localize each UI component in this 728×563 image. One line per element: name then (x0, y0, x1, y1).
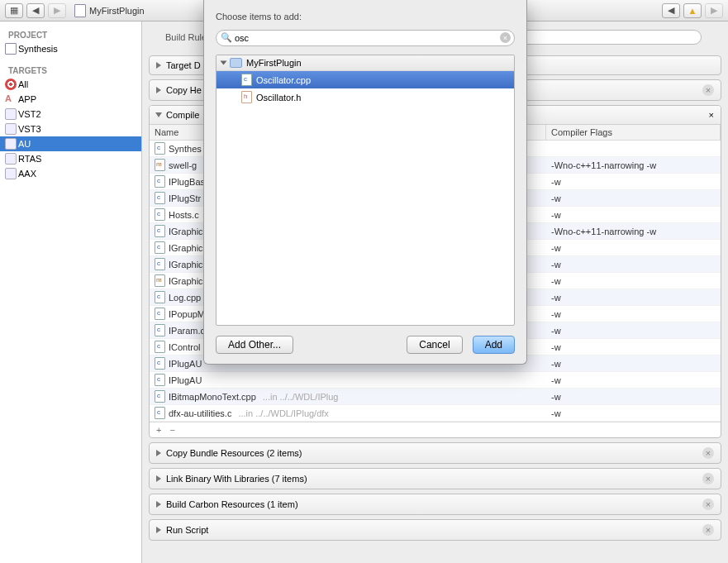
target-item-rtas[interactable]: RTAS (0, 151, 141, 166)
file-path: ...in ../../WDL/IPlug/dfx (238, 408, 328, 418)
app-icon: A (5, 93, 17, 105)
target-item-vst2[interactable]: VST2 (0, 107, 141, 122)
target-label: APP (18, 94, 36, 104)
cpp-file-icon (155, 192, 165, 204)
tree-file-row[interactable]: Oscillator.h (216, 88, 514, 106)
search-field-wrap: 🔍 × (216, 30, 515, 46)
file-name: IBitmapMonoText.cpp (169, 392, 256, 402)
disclosure-icon (155, 112, 162, 117)
remove-phase-button[interactable]: × (702, 473, 714, 484)
breadcrumb[interactable]: MyFirstPlugin (74, 4, 145, 17)
remove-phase-button[interactable]: × (709, 110, 714, 120)
compiler-flags[interactable]: -w (546, 207, 721, 222)
compiler-flags[interactable]: -w (546, 174, 721, 189)
compiler-flags[interactable]: -w (546, 322, 721, 338)
cpp-file-icon (155, 258, 165, 270)
remove-file-button[interactable]: − (169, 425, 174, 435)
plugin-icon (5, 123, 17, 135)
compiler-flags[interactable]: -w (546, 355, 721, 371)
compiler-flags[interactable]: -Wno-c++11-narrowing -w (546, 157, 721, 173)
compiler-flags[interactable]: -w (546, 339, 721, 355)
table-row[interactable]: IPlugAU-w (150, 372, 721, 389)
target-item-vst3[interactable]: VST3 (0, 122, 141, 136)
target-label: VST3 (18, 124, 41, 134)
section-label: Build Carbon Resources (1 item) (166, 499, 298, 509)
tree-project-row[interactable]: MyFirstPlugin (216, 55, 514, 71)
target-item-au[interactable]: AU (0, 136, 141, 151)
compiler-flags[interactable] (546, 141, 721, 156)
clear-search-button[interactable]: × (500, 32, 511, 43)
remove-phase-button[interactable]: × (702, 84, 714, 96)
plugin-icon (5, 138, 17, 150)
file-name: IGraphic (169, 243, 203, 253)
nav-forward-button[interactable]: ▶ (48, 3, 66, 18)
tree-file-label: Oscillator.h (256, 93, 301, 103)
section-label: Copy Bundle Resources (2 items) (166, 448, 302, 458)
remove-phase-button[interactable]: × (702, 499, 714, 510)
section-copy-bundle[interactable]: Copy Bundle Resources (2 items) × (149, 442, 721, 464)
compiler-flags[interactable]: -w (546, 372, 721, 388)
section-link-binary[interactable]: Link Binary With Libraries (7 items) × (149, 468, 721, 489)
compiler-flags[interactable]: -w (546, 405, 721, 421)
compiler-flags[interactable]: -w (546, 273, 721, 289)
cpp-file-icon (155, 390, 165, 403)
plugin-icon (5, 168, 17, 179)
plugin-icon (5, 108, 17, 120)
section-run-script[interactable]: Run Script × (149, 519, 721, 541)
add-button[interactable]: Add (473, 336, 515, 354)
cpp-file-icon (155, 291, 165, 303)
nav-back-button[interactable]: ◀ (26, 3, 45, 18)
section-build-carbon[interactable]: Build Carbon Resources (1 item) × (149, 494, 721, 515)
cpp-file-icon (155, 225, 165, 237)
tree-file-row[interactable]: Oscillator.cpp (216, 71, 514, 88)
nav-back-right-button[interactable]: ◀ (662, 3, 680, 18)
project-item[interactable]: Synthesis (0, 41, 141, 56)
search-input[interactable] (216, 30, 515, 46)
add-file-button[interactable]: + (156, 425, 161, 435)
file-tree[interactable]: MyFirstPlugin Oscillator.cppOscillator.h (216, 55, 515, 326)
add-files-dialog: Choose items to add: 🔍 × MyFirstPlugin O… (203, 0, 527, 365)
target-item-app[interactable]: AAPP (0, 92, 141, 107)
disclosure-icon (156, 62, 161, 69)
compiler-flags[interactable]: -w (546, 190, 721, 206)
project-label: Synthesis (18, 44, 58, 54)
cpp-file-icon (155, 324, 165, 336)
section-label: Run Script (166, 525, 208, 535)
file-name: IGraphic (169, 276, 203, 286)
add-other-button[interactable]: Add Other... (216, 336, 293, 354)
targets-heading: TARGETS (0, 63, 141, 77)
filter-field[interactable] (520, 30, 702, 45)
objc-file-icon (155, 274, 165, 287)
warnings-button[interactable]: ▲ (683, 3, 702, 18)
project-icon (5, 43, 17, 55)
project-navigator: PROJECT Synthesis TARGETS AllAAPPVST2VST… (0, 21, 142, 563)
tree-file-label: Oscillator.cpp (256, 75, 311, 85)
cpp-file-icon (155, 341, 165, 353)
section-label: Compile (166, 110, 199, 120)
column-flags[interactable]: Compiler Flags (546, 125, 721, 140)
nav-forward-right-button[interactable]: ▶ (705, 3, 723, 18)
compiler-flags[interactable]: -w (546, 389, 721, 404)
file-name: IPlugAU (169, 375, 202, 385)
panel-toggle-button[interactable]: ▦ (5, 3, 23, 18)
dialog-buttons: Add Other... Cancel Add (216, 336, 515, 354)
table-row[interactable]: dfx-au-utilities.c...in ../../WDL/IPlug/… (150, 405, 721, 422)
target-item-aax[interactable]: AAX (0, 166, 141, 181)
table-row[interactable]: IBitmapMonoText.cpp...in ../../WDL/IPlug… (150, 389, 721, 405)
cpp-file-icon (155, 241, 165, 254)
remove-phase-button[interactable]: × (702, 524, 714, 536)
compiler-flags[interactable]: -Wno-c++11-narrowing -w (546, 223, 721, 239)
compiler-flags[interactable]: -w (546, 289, 721, 305)
target-item-all[interactable]: All (0, 77, 141, 92)
compiler-flags[interactable]: -w (546, 306, 721, 322)
compiler-flags[interactable]: -w (546, 240, 721, 255)
table-footer: + − (150, 422, 721, 437)
tree-project-label: MyFirstPlugin (246, 58, 302, 68)
remove-phase-button[interactable]: × (702, 447, 714, 459)
file-name: IPopupM (169, 309, 205, 319)
objc-file-icon (155, 159, 165, 171)
compiler-flags[interactable]: -w (546, 256, 721, 272)
cancel-button[interactable]: Cancel (407, 336, 462, 354)
project-icon (74, 4, 86, 17)
dialog-title: Choose items to add: (216, 12, 515, 21)
